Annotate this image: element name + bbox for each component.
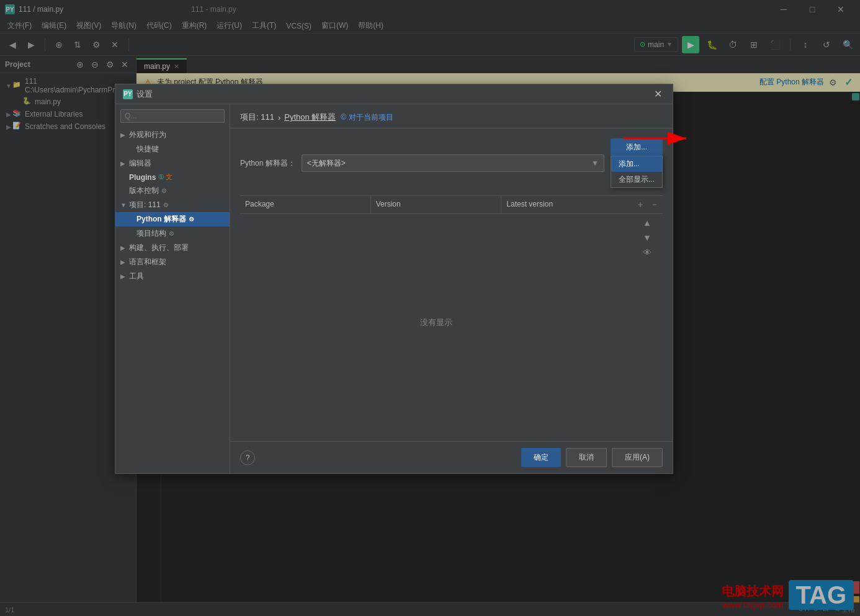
breadcrumb-current: Python 解释器: [284, 112, 336, 123]
dsidebar-label-plugins: Plugins: [129, 173, 156, 182]
plugins-translate-icon: 文: [166, 172, 172, 182]
dialog-close-button[interactable]: ✕: [650, 87, 665, 102]
dsidebar-appearance[interactable]: ▶ 外观和行为: [115, 128, 230, 142]
pkg-remove-action[interactable]: －: [648, 199, 660, 211]
dsidebar-label-languages: 语言和框架: [129, 257, 166, 267]
dsidebar-label-project: 项目: 111: [129, 200, 161, 210]
interpreter-settings-icon: ⚙: [189, 216, 194, 223]
dialog-search: [120, 109, 225, 123]
pkg-add-action[interactable]: ＋: [634, 199, 646, 211]
add-dropdown-menu: 添加... 全部显示...: [611, 156, 663, 188]
interpreter-label: Python 解释器：: [240, 158, 295, 169]
dsidebar-arrow-project: ▼: [120, 202, 128, 208]
settings-dialog: PY 设置 ✕ ▶ 外观和行为 快捷键 ▶ 编辑器: [115, 84, 673, 474]
dsidebar-label-interpreter: Python 解释器: [129, 214, 186, 225]
dsidebar-editor[interactable]: ▶ 编辑器: [115, 156, 230, 171]
add-dropdown-item-add[interactable]: 添加...: [611, 156, 662, 172]
packages-table-header: Package Version Latest version ＋ －: [240, 195, 663, 214]
footer-buttons: 确定 取消 应用(A): [521, 448, 663, 467]
add-dropdown-item-show-all[interactable]: 全部显示...: [611, 172, 662, 187]
dsidebar-label-vcs: 版本控制: [129, 185, 159, 196]
breadcrumb: 项目: 111 › Python 解释器: [240, 112, 336, 123]
dialog-app-icon: PY: [123, 89, 133, 99]
dsidebar-build[interactable]: ▶ 构建、执行、部署: [115, 241, 230, 255]
dsidebar-python-interpreter[interactable]: Python 解释器 ⚙: [115, 212, 230, 226]
dsidebar-keymap[interactable]: 快捷键: [115, 142, 230, 156]
dsidebar-project[interactable]: ▼ 项目: 111 ⚙: [115, 198, 230, 212]
breadcrumb-separator: ›: [278, 113, 280, 122]
dsidebar-plugins[interactable]: Plugins ① 文: [115, 171, 230, 184]
dialog-search-input[interactable]: [120, 109, 225, 123]
plugins-badge: ①: [158, 173, 164, 181]
interpreter-dropdown[interactable]: <无解释器> ▼: [302, 154, 604, 172]
dsidebar-label-structure: 项目结构: [129, 228, 166, 239]
dsidebar-vcs[interactable]: 版本控制 ⚙: [115, 184, 230, 198]
breadcrumb-root: 项目: 111: [240, 112, 274, 123]
vcs-icon: ⚙: [161, 187, 167, 194]
dsidebar-arrow-appearance: ▶: [120, 132, 128, 138]
dsidebar-arrow-tools: ▶: [120, 273, 128, 280]
dsidebar-arrow-editor: ▶: [120, 160, 128, 167]
dialog-sidebar: ▶ 外观和行为 快捷键 ▶ 编辑器 Plugins ① 文 版本控制 ⚙: [115, 104, 230, 473]
dialog-footer: ? 确定 取消 应用(A): [230, 441, 673, 473]
dialog-content-area: Python 解释器： <无解释器> ▼ 添加... 添加... 全部显示...: [230, 128, 673, 441]
pkg-side-actions: ▲ ▼ 👁: [632, 214, 663, 431]
current-project-link[interactable]: © 对于当前项目: [341, 112, 393, 123]
dsidebar-arrow-languages: ▶: [120, 259, 128, 266]
add-button-container: 添加... 添加... 全部显示...: [611, 138, 663, 188]
dsidebar-tools[interactable]: ▶ 工具: [115, 269, 230, 283]
dsidebar-label-build: 构建、执行、部署: [129, 243, 189, 253]
confirm-button[interactable]: 确定: [521, 448, 561, 467]
dialog-title: PY 设置: [123, 89, 153, 100]
packages-table-body: 没有显示 ▲ ▼ 👁: [240, 214, 663, 431]
apply-button[interactable]: 应用(A): [612, 448, 663, 467]
dsidebar-label-appearance: 外观和行为: [129, 130, 166, 140]
pkg-actions-header: ＋ －: [632, 195, 663, 214]
dsidebar-languages[interactable]: ▶ 语言和框架: [115, 255, 230, 269]
pkg-col-version: Version: [371, 196, 502, 213]
interpreter-value: <无解释器>: [307, 158, 346, 169]
dialog-title-text: 设置: [137, 89, 153, 100]
dialog-title-bar: PY 设置 ✕: [115, 84, 673, 104]
packages-table: Package Version Latest version ＋ － 没有显示: [240, 195, 663, 431]
dsidebar-label-tools: 工具: [129, 271, 144, 282]
pkg-eye-action[interactable]: 👁: [641, 246, 653, 259]
structure-icon: ⚙: [169, 230, 174, 237]
dsidebar-label-keymap: 快捷键: [129, 144, 159, 154]
packages-empty-state: 没有显示: [240, 214, 632, 431]
pkg-col-package: Package: [240, 196, 371, 213]
cancel-button[interactable]: 取消: [566, 448, 607, 467]
interpreter-row: Python 解释器： <无解释器> ▼ 添加... 添加... 全部显示...: [240, 138, 663, 188]
dropdown-arrow-icon: ▼: [591, 159, 599, 167]
dialog-main: 项目: 111 › Python 解释器 © 对于当前项目 Python 解释器…: [230, 104, 673, 473]
dsidebar-project-structure[interactable]: 项目结构 ⚙: [115, 226, 230, 241]
project-icon: ⚙: [163, 202, 169, 208]
dialog-content-header: 项目: 111 › Python 解释器 © 对于当前项目: [230, 104, 673, 128]
add-interpreter-button[interactable]: 添加...: [611, 138, 663, 156]
dsidebar-arrow-build: ▶: [120, 244, 128, 251]
dsidebar-label-editor: 编辑器: [129, 158, 151, 169]
pkg-scroll-down-action[interactable]: ▼: [641, 231, 653, 244]
help-button[interactable]: ?: [240, 450, 255, 465]
pkg-col-latest: Latest version: [501, 196, 632, 213]
pkg-scroll-up-action[interactable]: ▲: [641, 216, 653, 229]
